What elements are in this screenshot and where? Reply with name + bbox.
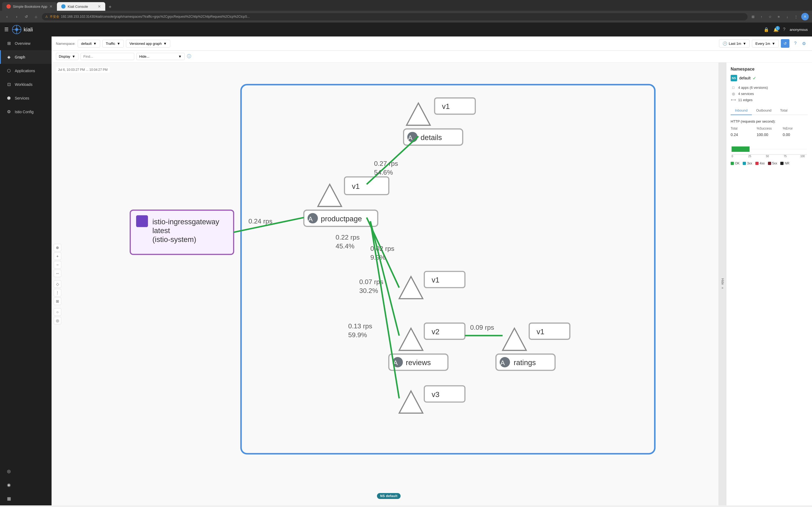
http-header-error: %Error xyxy=(783,127,808,130)
details-workload-node[interactable]: v1 A details xyxy=(404,98,475,145)
history-icon: 🕐 xyxy=(723,41,727,46)
svg-text:A: A xyxy=(308,215,313,223)
layout-circle-button[interactable]: ○ xyxy=(54,308,61,316)
tab-bookstore[interactable]: Simple Bookstore App ✕ xyxy=(2,2,57,11)
productpage-workload-node[interactable]: v1 A productpage xyxy=(304,177,389,226)
namespace-toggle-button[interactable]: ◎ xyxy=(54,317,61,324)
layout-grid-button[interactable]: ⊞ xyxy=(54,297,61,305)
sidebar-item-workloads[interactable]: ⊡ Workloads xyxy=(0,77,52,91)
reviews-v3-node[interactable]: v3 xyxy=(399,386,465,413)
tab-total[interactable]: Total xyxy=(776,106,792,115)
sidebar-bottom-icon2[interactable]: ◉ xyxy=(0,478,52,492)
bar-chart: 0 25 50 75 100 xyxy=(731,141,808,158)
home-button[interactable]: ⌂ xyxy=(32,13,40,20)
traffic-dropdown[interactable]: Traffic ▼ xyxy=(102,40,124,48)
address-bar[interactable]: ⚠ 不安全 192.168.153.102:31430/kiali/consol… xyxy=(42,13,748,20)
tab-bookstore-close[interactable]: ✕ xyxy=(49,4,53,9)
time-range-button[interactable]: 🕐 Last 1m ▼ xyxy=(719,40,750,48)
tab-inbound[interactable]: Inbound xyxy=(731,106,752,115)
svg-marker-38 xyxy=(503,328,526,351)
namespace-badge: NS default xyxy=(377,493,401,499)
tab-outbound[interactable]: Outbound xyxy=(752,106,776,115)
http-val-error: 0.00 xyxy=(783,132,808,137)
reviews-v2-node[interactable]: v2 A reviews xyxy=(389,323,465,370)
downloads-icon[interactable]: ↓ xyxy=(784,13,791,20)
zoom-fit-button[interactable]: ⊕ xyxy=(54,244,61,251)
layout-button[interactable]: ◇ xyxy=(54,280,61,288)
http-stats-header: Total %Success %Error xyxy=(731,127,808,130)
menu-button[interactable]: ☰ xyxy=(4,26,9,33)
edges-stat-label: 11 edges xyxy=(738,98,753,102)
svg-text:A: A xyxy=(408,134,413,142)
display-dropdown-arrow: ▼ xyxy=(72,54,75,58)
traffic-label: Traffic xyxy=(106,42,115,46)
help-icon[interactable]: ? xyxy=(783,27,785,32)
svg-rect-7 xyxy=(136,215,148,227)
forward-button[interactable]: › xyxy=(13,13,20,20)
graph-type-dropdown[interactable]: Versioned app graph ▼ xyxy=(126,40,170,48)
layout-dagre-button[interactable]: ⋮ xyxy=(54,289,61,296)
reviews-v1-node[interactable]: v1 xyxy=(399,272,465,299)
namespace-dropdown[interactable]: default ▼ xyxy=(78,40,100,48)
svg-text:productpage: productpage xyxy=(321,215,362,223)
extensions-icon[interactable]: ⊞ xyxy=(750,13,756,20)
reload-button[interactable]: ↺ xyxy=(22,13,30,20)
lock-icon[interactable]: 🔒 xyxy=(764,27,769,32)
svg-text:100: 100 xyxy=(801,155,805,157)
hide-label: Hide... xyxy=(139,54,150,58)
svg-marker-28 xyxy=(399,328,423,351)
sidebar-item-applications[interactable]: ⬡ Applications xyxy=(0,64,52,77)
time-range-arrow: ▼ xyxy=(743,42,746,46)
bookmark-icon[interactable]: ☆ xyxy=(767,13,773,20)
settings-icon[interactable]: ⋮ xyxy=(793,13,799,20)
display-dropdown[interactable]: Display ▼ xyxy=(56,53,79,60)
graph-canvas[interactable]: Jul 6, 10:03:27 PM ... 10:04:27 PM ⊕ + −… xyxy=(52,62,726,505)
sidebar-item-overview[interactable]: ⊞ Overview xyxy=(0,37,52,50)
svg-text:0.24 rps: 0.24 rps xyxy=(248,218,272,225)
find-input[interactable] xyxy=(81,53,134,60)
reset-zoom-button[interactable]: ↔ xyxy=(54,270,61,277)
share-icon[interactable]: ↑ xyxy=(758,13,765,20)
hide-dropdown[interactable]: Hide... ▼ xyxy=(137,53,185,60)
right-panel: Namespace NS default ✓ □ 4 apps (6 versi… xyxy=(726,62,812,505)
sidebar-item-istio-config[interactable]: ⚙ Istio Config xyxy=(0,105,52,119)
hide-panel-button[interactable]: Hide » xyxy=(719,62,726,505)
new-tab-button[interactable]: + xyxy=(106,3,114,11)
svg-text:A: A xyxy=(501,359,505,367)
bottom-icon-3: ▦ xyxy=(6,496,11,501)
filter-info-icon[interactable]: ⓘ xyxy=(187,54,191,59)
http-stats-values: 0.24 100.00 0.00 xyxy=(731,132,808,137)
svg-text:75: 75 xyxy=(784,155,787,157)
kiali-logo: kiali xyxy=(12,25,33,34)
panel-settings-button[interactable]: ? xyxy=(792,40,799,47)
graph-area: Namespace: default ▼ Traffic ▼ Versioned… xyxy=(52,37,812,505)
svg-text:9.9%: 9.9% xyxy=(370,254,385,261)
tab-kiali[interactable]: Kiali Console ✕ xyxy=(57,2,105,11)
sidebar-bottom-icon3[interactable]: ▦ xyxy=(0,492,52,505)
refresh-interval-button[interactable]: Every 1m ▼ xyxy=(752,40,779,48)
refresh-button[interactable]: ↺ xyxy=(781,39,790,48)
reading-list-icon[interactable]: ≡ xyxy=(775,13,782,20)
legend-nr-dot xyxy=(780,162,783,165)
http-header-total: Total xyxy=(731,127,756,130)
graph-settings-button[interactable]: ⚙ xyxy=(800,40,808,47)
tab-kiali-close[interactable]: ✕ xyxy=(98,4,101,9)
panel-section-title: Namespace xyxy=(731,67,808,72)
svg-text:30.2%: 30.2% xyxy=(359,287,378,294)
back-button[interactable]: ‹ xyxy=(3,13,11,20)
zoom-out-button[interactable]: − xyxy=(54,261,61,269)
sidebar-bottom-icon1[interactable]: ◎ xyxy=(0,464,52,478)
sidebar-item-graph[interactable]: ◈ Graph xyxy=(0,50,52,64)
sidebar-item-services[interactable]: ⬢ Services xyxy=(0,91,52,105)
workloads-icon: ⊡ xyxy=(6,82,11,87)
username-label[interactable]: anonymous xyxy=(790,27,808,32)
gateway-node[interactable]: istio-ingressgateway latest (istio-syste… xyxy=(130,210,234,254)
legend-3xx: 3xx xyxy=(743,162,752,165)
svg-text:v1: v1 xyxy=(537,328,544,336)
profile-button[interactable]: A xyxy=(801,13,809,20)
tab-kiali-label: Kiali Console xyxy=(68,5,88,9)
svg-text:0.27 rps: 0.27 rps xyxy=(374,160,398,167)
zoom-in-button[interactable]: + xyxy=(54,252,61,260)
notifications-button[interactable]: 🔔 1 xyxy=(773,27,779,32)
ratings-workload-node[interactable]: v1 A ratings xyxy=(496,323,570,370)
